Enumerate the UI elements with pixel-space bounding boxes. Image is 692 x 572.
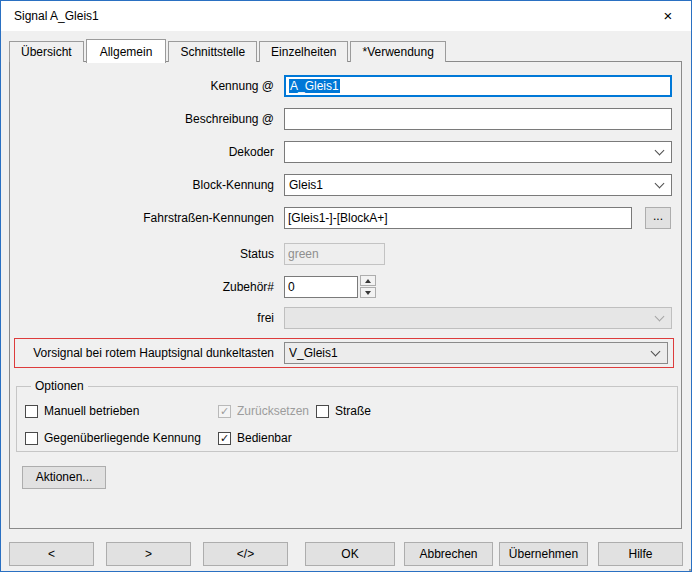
chevron-down-icon [655, 312, 665, 322]
forward-button[interactable]: > [106, 542, 191, 566]
fahrstrassen-label: Fahrstraßen-Kennungen [10, 211, 274, 225]
title-bar: Signal A_Gleis1 × [1, 1, 691, 31]
frei-label: frei [10, 311, 274, 325]
block-kennung-combobox[interactable]: Gleis1 [284, 174, 672, 196]
checkbox-label: Zurücksetzen [237, 404, 309, 418]
kennung-input[interactable]: A_Gleis1 [284, 75, 672, 97]
block-kennung-label: Block-Kennung [10, 178, 274, 192]
back-button[interactable]: < [9, 542, 94, 566]
checkbox-strasse[interactable]: Straße [316, 404, 371, 418]
kennung-label: Kennung @ [10, 79, 274, 93]
row-kennung: Kennung @ A_Gleis1 [10, 75, 681, 97]
block-kennung-value: Gleis1 [289, 178, 323, 192]
checkbox-label: Gegenüberliegende Kennung [44, 431, 201, 445]
zubehoer-label: Zubehör# [10, 280, 274, 294]
checkbox-checked-icon: ✓ [218, 405, 231, 418]
vorsignal-highlighted-row: Vorsignal bei rotem Hauptsignal dunkelta… [14, 338, 674, 368]
spinner-down-button[interactable] [360, 287, 376, 298]
resize-grip-icon[interactable] [685, 565, 687, 567]
checkbox-icon [316, 405, 329, 418]
tab-page-allgemein: Kennung @ A_Gleis1 Beschreibung @ Dekode… [9, 61, 682, 529]
checkbox-icon [25, 432, 38, 445]
checkbox-checked-icon: ✓ [218, 432, 231, 445]
spinner-up-icon [365, 279, 371, 283]
tab-strip: Übersicht Allgemein Schnittstelle Einzel… [9, 38, 448, 62]
tab-einzelheiten[interactable]: Einzelheiten [259, 41, 348, 62]
row-fahrstrassen: Fahrstraßen-Kennungen ... [10, 207, 681, 229]
apply-button[interactable]: Übernehmen [499, 542, 588, 566]
checkbox-icon [25, 405, 38, 418]
vorsignal-combobox[interactable]: V_Gleis1 [284, 342, 668, 364]
optionen-title: Optionen [31, 379, 88, 393]
zubehoer-spinner [360, 275, 376, 298]
tab-verwendung[interactable]: *Verwendung [350, 41, 445, 62]
row-block-kennung: Block-Kennung Gleis1 [10, 174, 681, 196]
optionen-groupbox: Optionen Manuell betrieben ✓ Zurücksetze… [16, 386, 678, 452]
fahrstrassen-input[interactable] [284, 207, 632, 229]
row-zubehoer: Zubehör# [10, 275, 681, 298]
checkbox-manuell-betrieben[interactable]: Manuell betrieben [25, 404, 139, 418]
chevron-down-icon [655, 179, 665, 189]
status-input [284, 243, 385, 265]
zubehoer-input[interactable] [284, 276, 358, 298]
spinner-up-button[interactable] [360, 275, 376, 286]
vorsignal-value: V_Gleis1 [289, 346, 338, 360]
checkbox-bedienbar[interactable]: ✓ Bedienbar [218, 431, 292, 445]
code-view-button[interactable]: </> [203, 542, 288, 566]
spinner-down-icon [365, 291, 371, 295]
row-dekoder: Dekoder [10, 141, 681, 163]
checkbox-label: Bedienbar [237, 431, 292, 445]
checkbox-gegenueberliegende-kennung[interactable]: Gegenüberliegende Kennung [25, 431, 201, 445]
help-button[interactable]: Hilfe [598, 542, 683, 566]
status-label: Status [10, 247, 274, 261]
dialog-window: Signal A_Gleis1 × Übersicht Allgemein Sc… [0, 0, 692, 572]
kennung-selected-text: A_Gleis1 [289, 79, 340, 93]
checkbox-zuruecksetzen: ✓ Zurücksetzen [218, 404, 309, 418]
row-status: Status [10, 243, 681, 265]
tab-allgemein[interactable]: Allgemein [86, 39, 167, 63]
checkbox-label: Manuell betrieben [44, 404, 139, 418]
beschreibung-input[interactable] [284, 108, 672, 130]
close-icon[interactable]: × [645, 1, 691, 31]
fahrstrassen-browse-button[interactable]: ... [645, 207, 671, 229]
dekoder-label: Dekoder [10, 145, 274, 159]
tab-schnittstelle[interactable]: Schnittstelle [168, 41, 257, 62]
cancel-button[interactable]: Abbrechen [404, 542, 493, 566]
checkbox-label: Straße [335, 404, 371, 418]
aktionen-button[interactable]: Aktionen... [22, 466, 106, 489]
window-title: Signal A_Gleis1 [14, 1, 99, 31]
chevron-down-icon [651, 347, 661, 357]
row-beschreibung: Beschreibung @ [10, 108, 681, 130]
chevron-down-icon [655, 146, 665, 156]
vorsignal-label: Vorsignal bei rotem Hauptsignal dunkelta… [15, 346, 274, 360]
frei-combobox [284, 307, 672, 329]
row-frei: frei [10, 307, 681, 329]
tab-uebersicht[interactable]: Übersicht [9, 41, 84, 62]
beschreibung-label: Beschreibung @ [10, 112, 274, 126]
ok-button[interactable]: OK [305, 542, 395, 566]
dekoder-combobox[interactable] [284, 141, 672, 163]
